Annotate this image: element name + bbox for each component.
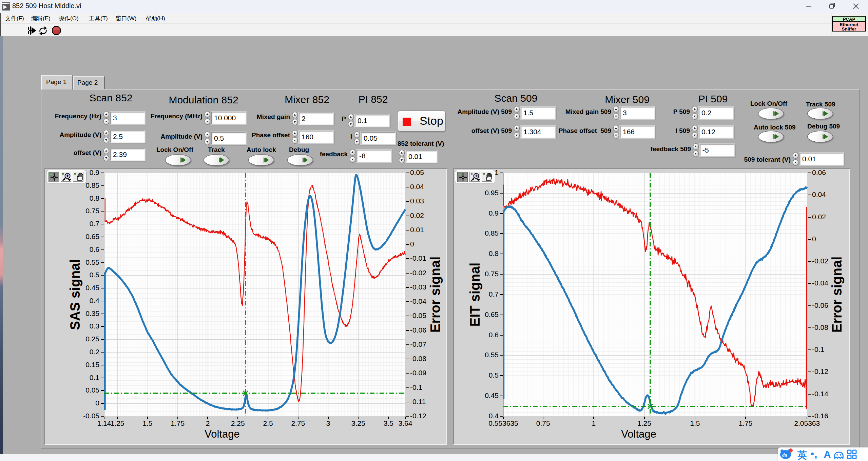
svg-text:英: 英 bbox=[797, 450, 807, 460]
svg-text:,: , bbox=[814, 448, 817, 460]
svg-text:A: A bbox=[824, 449, 831, 460]
svg-text:du: du bbox=[782, 453, 787, 458]
